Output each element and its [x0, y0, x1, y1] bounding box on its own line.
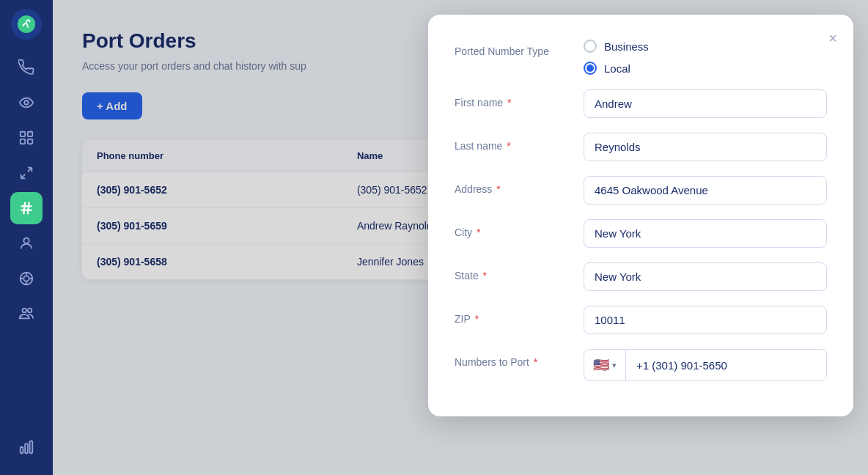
- flag-emoji: 🇺🇸: [593, 357, 609, 373]
- svg-rect-3: [28, 132, 32, 136]
- sidebar-item-hash[interactable]: [10, 192, 43, 224]
- svg-rect-17: [30, 441, 33, 454]
- svg-line-9: [28, 202, 29, 215]
- radio-local[interactable]: Local: [584, 62, 827, 75]
- ported-number-type-field: Business Local: [584, 38, 827, 75]
- first-name-label: First name *: [455, 89, 572, 108]
- sidebar-item-grid[interactable]: [10, 122, 43, 154]
- sidebar-item-person[interactable]: [10, 227, 43, 259]
- state-field: [584, 262, 827, 291]
- sidebar-item-chart[interactable]: [10, 431, 43, 463]
- radio-circle-business: [584, 40, 597, 53]
- city-input[interactable]: [584, 219, 827, 248]
- svg-rect-5: [28, 139, 32, 144]
- state-label: State *: [455, 262, 572, 281]
- numbers-to-port-label: Numbers to Port *: [455, 349, 572, 368]
- state-row: State *: [455, 262, 827, 291]
- address-field: [584, 176, 827, 205]
- city-field: [584, 219, 827, 248]
- ported-number-type-row: Ported Number Type Business Local: [455, 38, 827, 75]
- chevron-down-icon: ▾: [612, 361, 617, 370]
- last-name-label: Last name *: [455, 133, 572, 152]
- state-input[interactable]: [584, 262, 827, 291]
- city-label: City *: [455, 219, 572, 238]
- close-button[interactable]: ×: [825, 28, 840, 48]
- svg-point-1: [24, 100, 29, 105]
- sidebar-item-team[interactable]: [10, 298, 43, 330]
- sidebar-item-phone[interactable]: [10, 51, 43, 84]
- radio-label-business: Business: [604, 40, 649, 53]
- svg-point-14: [28, 309, 32, 313]
- radio-group: Business Local: [584, 38, 827, 75]
- logo: [11, 9, 42, 40]
- sidebar: [0, 0, 53, 475]
- last-name-input[interactable]: [584, 133, 827, 161]
- radio-circle-local: [584, 62, 597, 75]
- zip-label: ZIP *: [455, 306, 572, 325]
- svg-point-10: [23, 238, 29, 243]
- ported-number-type-label: Ported Number Type: [455, 38, 572, 57]
- sidebar-item-eye[interactable]: [10, 86, 43, 119]
- last-name-row: Last name *: [455, 133, 827, 161]
- city-row: City *: [455, 219, 827, 248]
- phone-number-input[interactable]: [626, 350, 826, 380]
- radio-business[interactable]: Business: [584, 40, 827, 53]
- modal-overlay: × Ported Number Type Business Local: [53, 0, 868, 475]
- numbers-to-port-field: 🇺🇸 ▾: [584, 349, 827, 381]
- main-content: Port Orders Access your port orders and …: [53, 0, 868, 475]
- svg-rect-4: [21, 139, 25, 144]
- svg-rect-15: [21, 447, 23, 453]
- zip-field: [584, 306, 827, 334]
- svg-rect-2: [21, 132, 25, 136]
- first-name-input[interactable]: [584, 89, 827, 118]
- first-name-field: [584, 89, 827, 118]
- last-name-field: [584, 133, 827, 161]
- phone-input-wrapper: 🇺🇸 ▾: [584, 349, 827, 381]
- modal: × Ported Number Type Business Local: [428, 15, 853, 416]
- zip-input[interactable]: [584, 306, 827, 334]
- phone-flag-selector[interactable]: 🇺🇸 ▾: [584, 350, 626, 380]
- numbers-to-port-row: Numbers to Port * 🇺🇸 ▾: [455, 349, 827, 381]
- address-input[interactable]: [584, 176, 827, 205]
- svg-point-13: [23, 309, 27, 313]
- sidebar-item-call-transfer[interactable]: [10, 157, 43, 189]
- zip-row: ZIP *: [455, 306, 827, 334]
- radio-label-local: Local: [604, 62, 630, 75]
- svg-line-8: [23, 202, 25, 215]
- address-label: Address *: [455, 176, 572, 195]
- svg-rect-16: [25, 443, 28, 453]
- sidebar-item-monitor[interactable]: [10, 262, 43, 295]
- svg-point-11: [23, 276, 29, 281]
- address-row: Address *: [455, 176, 827, 205]
- first-name-row: First name *: [455, 89, 827, 118]
